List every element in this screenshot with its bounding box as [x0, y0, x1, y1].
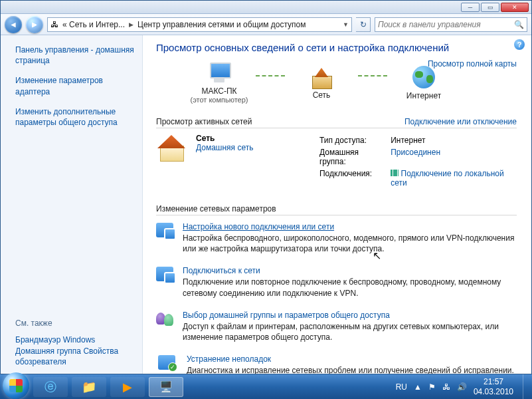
task-new-connection-desc: Настройка беспроводного, широкополосного… [183, 233, 517, 254]
help-icon[interactable]: ? [514, 39, 525, 50]
system-tray: RU ▲ ⚑ 🖧 🔊 21:57 04.03.2010 [396, 377, 519, 396]
sidebar-home-link[interactable]: Панель управления - домашняя страница [15, 45, 135, 66]
clock-date: 04.03.2010 [474, 387, 513, 396]
homegroup-value-link[interactable]: Присоединен [391, 148, 440, 157]
globe-icon [412, 66, 435, 88]
full-map-link[interactable]: Просмотр полной карты [428, 59, 517, 68]
node-internet[interactable]: Интернет [387, 66, 460, 100]
connection-link[interactable]: Подключение по локальной сети [391, 169, 504, 188]
task-new-connection: Настройка нового подключения или сети На… [156, 222, 517, 254]
active-networks-title: Просмотр активных сетей [156, 117, 252, 126]
sidebar: Панель управления - домашняя страница Из… [1, 35, 143, 374]
see-also-label: См. также [15, 319, 135, 328]
node-pc-label: МАКС-ПК [201, 86, 236, 96]
control-panel-window: ─ ▭ ✕ ◄ ► 🖧 « Сеть и Интер... ▶ Центр уп… [0, 0, 532, 374]
network-details-table: Тип доступа:Интернет Домашняя группа:При… [318, 134, 517, 190]
breadcrumb-2[interactable]: Центр управления сетями и общим доступом [136, 20, 308, 29]
task-connect-link[interactable]: Подключиться к сети [183, 266, 260, 275]
connections-label: Подключения: [319, 168, 389, 188]
show-desktop-button[interactable] [523, 374, 529, 399]
main-pane: ? Просмотр основных сведений о сети и на… [143, 35, 531, 374]
building-icon [310, 66, 333, 88]
task-troubleshoot-desc: Диагностика и исправление сетевых пробле… [187, 365, 514, 374]
network-type-link[interactable]: Домашняя сеть [196, 143, 253, 152]
active-network-row: Сеть Домашняя сеть Тип доступа:Интернет … [156, 134, 517, 190]
clock-time: 21:57 [474, 377, 513, 386]
node-this-pc[interactable]: МАКС-ПК (этот компьютер) [183, 63, 256, 104]
taskbar-explorer[interactable]: 📁 [72, 377, 106, 397]
chevron-right-icon: ▶ [129, 21, 133, 28]
clock[interactable]: 21:57 04.03.2010 [474, 377, 513, 396]
troubleshoot-icon [158, 355, 175, 370]
connect-disconnect-link[interactable]: Подключение или отключение [404, 117, 517, 126]
taskbar-ie[interactable]: ⓔ [33, 377, 68, 397]
page-title: Просмотр основных сведений о сети и наст… [156, 42, 517, 53]
task-troubleshoot-link[interactable]: Устранение неполадок [187, 354, 271, 364]
flag-icon[interactable]: ⚑ [428, 382, 436, 392]
access-type-value: Интернет [391, 135, 515, 146]
address-bar: ◄ ► 🖧 « Сеть и Интер... ▶ Центр управлен… [1, 14, 531, 35]
node-pc-sublabel: (этот компьютер) [190, 96, 248, 104]
network-map: МАКС-ПК (этот компьютер) Сеть Интернет [183, 63, 517, 104]
task-homegroup: Выбор домашней группы и параметров общег… [156, 311, 517, 342]
homegroup-icon [156, 311, 173, 326]
connection-line [256, 75, 285, 76]
volume-icon[interactable]: 🔊 [457, 382, 467, 392]
node-net-label: Сеть [313, 90, 331, 100]
connect-icon [156, 267, 173, 281]
connection-line [358, 75, 387, 76]
ie-icon: ⓔ [44, 379, 56, 395]
taskbar: ⓔ 📁 ▶ 🖥️ RU ▲ ⚑ 🖧 🔊 21:57 04.03.2010 [0, 374, 532, 399]
wizard-icon [156, 223, 173, 237]
taskbar-wmp[interactable]: ▶ [110, 377, 145, 397]
breadcrumb-box[interactable]: 🖧 « Сеть и Интер... ▶ Центр управления с… [47, 17, 352, 32]
homegroup-label: Домашняя группа: [319, 147, 389, 167]
network-name: Сеть [196, 134, 253, 143]
titlebar: ─ ▭ ✕ [1, 1, 531, 14]
task-connect-desc: Подключение или повторное подключение к … [183, 277, 517, 298]
change-settings-header: Изменение сетевых параметров [156, 204, 517, 215]
folder-icon: 📁 [82, 380, 96, 394]
access-type-label: Тип доступа: [319, 135, 389, 146]
pc-icon [206, 63, 232, 84]
start-button[interactable] [3, 372, 29, 399]
sidebar-sharing-settings[interactable]: Изменить дополнительные параметры общего… [15, 106, 135, 128]
task-connect: Подключиться к сети Подключение или повт… [156, 266, 517, 298]
close-button[interactable]: ✕ [501, 3, 529, 12]
active-networks-header: Просмотр активных сетей Подключение или … [156, 117, 517, 128]
signal-icon [391, 170, 399, 176]
house-icon [156, 134, 187, 160]
search-box[interactable]: 🔍 [375, 17, 527, 32]
task-homegroup-link[interactable]: Выбор домашней группы и параметров общег… [183, 311, 390, 320]
network-tray-icon[interactable]: 🖧 [442, 382, 450, 392]
lang-indicator[interactable]: RU [396, 382, 407, 392]
breadcrumb-1[interactable]: « Сеть и Интер... [61, 20, 126, 29]
task-homegroup-desc: Доступ к файлам и принтерам, расположенн… [183, 321, 517, 342]
node-inet-label: Интернет [406, 91, 441, 100]
search-icon[interactable]: 🔍 [514, 20, 524, 29]
task-troubleshoot: Устранение неполадок Диагностика и испра… [156, 354, 517, 374]
chevron-down-icon[interactable]: ▼ [343, 21, 349, 28]
tray-arrow-icon[interactable]: ▲ [414, 382, 422, 392]
minimize-button[interactable]: ─ [461, 3, 480, 12]
search-input[interactable] [378, 20, 514, 29]
task-new-connection-link[interactable]: Настройка нового подключения или сети [183, 222, 334, 231]
forward-button[interactable]: ► [26, 16, 43, 33]
maximize-button[interactable]: ▭ [481, 3, 499, 12]
network-center-icon: 🖧 [50, 20, 58, 29]
sidebar-adapter-settings[interactable]: Изменение параметров адаптера [15, 75, 135, 96]
taskbar-control-panel[interactable]: 🖥️ [149, 377, 183, 397]
media-icon: ▶ [123, 380, 132, 394]
refresh-button[interactable]: ↻ [356, 17, 371, 32]
sidebar-homegroup[interactable]: Домашняя группа [15, 346, 81, 356]
cp-icon: 🖥️ [159, 380, 173, 393]
sidebar-firewall[interactable]: Брандмауэр Windows [15, 335, 95, 344]
node-network[interactable]: Сеть [285, 66, 358, 100]
back-button[interactable]: ◄ [5, 16, 22, 33]
